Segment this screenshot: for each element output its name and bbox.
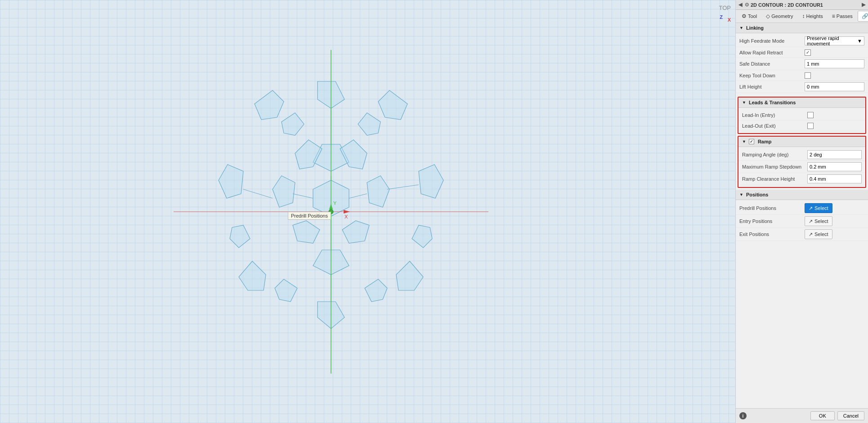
positions-chevron: ▼: [739, 192, 743, 197]
ramp-enabled-checkbox[interactable]: ✓: [749, 139, 754, 144]
tab-geometry[interactable]: ◇ Geometry: [762, 11, 797, 22]
keep-tool-down-value: [805, 72, 864, 79]
svg-marker-13: [419, 165, 443, 198]
lead-in-entry-label: Lead-In (Entry): [742, 112, 807, 118]
cancel-button[interactable]: Cancel: [837, 411, 864, 420]
positions-section-content: Predrill Positions ↗ Select Entry Positi…: [736, 200, 868, 243]
svg-text:Y: Y: [333, 200, 337, 206]
svg-marker-10: [255, 90, 284, 120]
allow-rapid-retract-value: ✓: [805, 49, 864, 56]
tab-heights-label: Heights: [806, 13, 823, 19]
safe-distance-input[interactable]: [805, 59, 864, 68]
tab-passes[interactable]: ≡ Passes: [828, 11, 857, 22]
panel-collapse-btn[interactable]: ◀: [738, 2, 742, 8]
entry-select-label: Select: [814, 218, 828, 224]
svg-marker-19: [230, 225, 250, 248]
svg-marker-11: [378, 90, 407, 120]
ramp-section: ▼ ✓ Ramp Ramping Angle (deg) Maximum Ram…: [738, 136, 866, 188]
keep-tool-down-row: Keep Tool Down: [736, 70, 868, 81]
leads-transitions-header[interactable]: ▼ Leads & Transitions: [738, 98, 865, 108]
linking-section-label: Linking: [746, 25, 764, 31]
tool-tab-icon: ⚙: [742, 13, 747, 19]
svg-marker-20: [412, 225, 432, 248]
entry-positions-row: Entry Positions ↗ Select: [736, 215, 868, 228]
lead-out-exit-checkbox[interactable]: [807, 123, 814, 129]
dropdown-arrow: ▼: [857, 38, 862, 44]
ramping-angle-row: Ramping Angle (deg): [738, 149, 865, 161]
lead-in-entry-row: Lead-In (Entry): [738, 110, 865, 120]
ramping-angle-label: Ramping Angle (deg): [742, 152, 807, 157]
svg-marker-5: [367, 176, 389, 207]
info-icon[interactable]: i: [739, 412, 747, 419]
max-ramp-stepdown-row: Maximum Ramp Stepdown: [738, 161, 865, 173]
linking-chevron: ▼: [739, 26, 743, 30]
entry-positions-label: Entry Positions: [739, 218, 805, 224]
linking-section: ▼ Linking High Feedrate Mode Preserve ra…: [736, 23, 868, 95]
tab-heights[interactable]: ↕ Heights: [798, 11, 827, 22]
heights-tab-icon: ↕: [802, 13, 805, 19]
ramp-clearance-height-label: Ramp Clearance Height: [742, 176, 807, 182]
exit-positions-select-btn[interactable]: ↗ Select: [805, 229, 832, 239]
exit-positions-label: Exit Positions: [739, 232, 805, 237]
leads-transitions-section: ▼ Leads & Transitions Lead-In (Entry) Le…: [738, 97, 866, 134]
panel-expand-btn[interactable]: ▶: [862, 2, 865, 8]
lead-in-entry-checkbox[interactable]: [807, 112, 814, 118]
svg-marker-4: [273, 176, 295, 207]
safe-distance-row: Safe Distance: [736, 58, 868, 70]
ramp-section-header[interactable]: ▼ ✓ Ramp: [738, 137, 865, 147]
tab-linking[interactable]: 🔗 Linking: [858, 11, 868, 22]
allow-rapid-retract-checkbox[interactable]: ✓: [805, 49, 811, 56]
lead-out-exit-label: Lead-Out (Exit): [742, 123, 807, 129]
ramp-chevron: ▼: [742, 139, 746, 144]
entry-positions-select-btn[interactable]: ↗ Select: [805, 216, 832, 226]
passes-tab-icon: ≡: [832, 13, 835, 19]
exit-positions-value: ↗ Select: [805, 229, 864, 239]
max-ramp-stepdown-value: [807, 162, 862, 171]
predrill-select-label: Select: [814, 205, 828, 211]
tab-tool[interactable]: ⚙ Tool: [738, 11, 761, 22]
svg-line-29: [349, 194, 367, 198]
axis-z-label: Z: [720, 14, 723, 20]
high-feedrate-dropdown[interactable]: Preserve rapid movement ▼: [805, 36, 864, 45]
lead-in-entry-value: [807, 112, 862, 118]
panel-header: ◀ ⊙ 2D CONTOUR : 2D CONTOUR1 ▶: [736, 0, 868, 10]
svg-line-27: [243, 189, 273, 198]
contour-icon: ⊙: [745, 2, 749, 8]
snowflake-geometry: .shape { fill: rgba(180,220,240,0.4); st…: [174, 50, 488, 374]
predrill-positions-select-btn[interactable]: ↗ Select: [805, 203, 832, 213]
svg-point-33: [329, 209, 333, 214]
svg-marker-21: [275, 279, 297, 302]
predrill-positions-value: ↗ Select: [805, 203, 864, 213]
select-icon-entry: ↗: [809, 218, 813, 224]
ramp-section-content: Ramping Angle (deg) Maximum Ramp Stepdow…: [738, 147, 865, 187]
ramp-clearance-height-input[interactable]: [807, 174, 862, 183]
tab-tool-label: Tool: [748, 13, 757, 19]
lift-height-value: [805, 82, 864, 91]
ramping-angle-input[interactable]: [807, 150, 862, 159]
positions-section-header[interactable]: ▼ Positions: [736, 190, 868, 200]
footer-buttons: OK Cancel: [810, 411, 864, 420]
panel-title: 2D CONTOUR : 2D CONTOUR1: [751, 2, 823, 8]
lift-height-label: Lift Height: [739, 84, 805, 89]
allow-rapid-retract-label: Allow Rapid Retract: [739, 50, 805, 55]
ramp-section-label: Ramp: [758, 139, 772, 144]
ok-button[interactable]: OK: [810, 411, 835, 420]
high-feedrate-mode-row: High Feedrate Mode Preserve rapid moveme…: [736, 35, 868, 47]
select-icon-predrill: ↗: [809, 205, 813, 211]
svg-marker-6: [293, 221, 320, 243]
exit-select-label: Select: [814, 232, 828, 237]
max-ramp-stepdown-label: Maximum Ramp Stepdown: [742, 164, 807, 169]
svg-line-28: [293, 194, 313, 198]
select-icon-exit: ↗: [809, 232, 813, 237]
max-ramp-stepdown-input[interactable]: [807, 162, 862, 171]
lift-height-input[interactable]: [805, 82, 864, 91]
svg-marker-37: [344, 210, 350, 214]
safe-distance-label: Safe Distance: [739, 61, 805, 67]
svg-marker-18: [358, 113, 380, 135]
panel-footer: i OK Cancel: [736, 408, 868, 423]
panel-content: ▼ Linking High Feedrate Mode Preserve ra…: [736, 23, 868, 408]
svg-marker-15: [396, 261, 423, 290]
checkmark: ✓: [806, 50, 810, 55]
linking-section-header[interactable]: ▼ Linking: [736, 23, 868, 33]
keep-tool-down-checkbox[interactable]: [805, 72, 811, 79]
